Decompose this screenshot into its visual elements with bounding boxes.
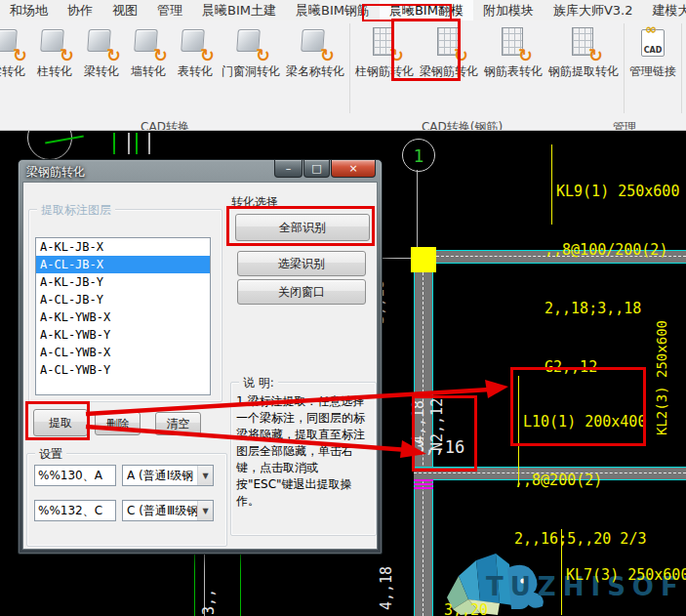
dialog-titlebar[interactable]: 梁钢筋转化 – □ × [22,160,378,182]
layer-list-item[interactable]: A-CL-YWB-X [36,344,210,361]
ribbon-button-label: 管理链接 [629,63,676,80]
ribbon-tab-label: 晨曦BIM钢筋 [296,2,370,20]
green-tick [113,133,115,154]
ribbon-button[interactable]: 柱钢筋转化 [352,21,417,82]
beam-convert-icon [0,23,28,62]
ribbon-button-label: 钢筋提取转化 [548,63,619,80]
ribbon-button-label: 梁名称转化 [286,63,344,80]
ribbon: 梁转化 柱转化 梁转化 墙转化 表转化 门窗洞转化 梁名称转化 柱钢筋转化 梁钢… [0,21,686,131]
ribbon-button[interactable]: 梁名称转化 [283,21,347,82]
dim-text-3-bottom: 3,, [201,589,217,615]
ribbon-tab-label: 建模大师（建 [652,2,686,20]
ribbon-tab-label: 管理 [157,2,182,20]
ribbon-tab[interactable]: 族库大师V3.2 [544,0,643,21]
ribbon-button-label: 柱钢筋转化 [355,63,414,80]
beam-name-convert-icon [295,23,336,62]
maximize-button[interactable]: □ [303,160,330,178]
stirrup-mark [414,487,433,489]
clear-button[interactable]: 清空 [155,412,201,435]
ribbon-button-label: 墙转化 [131,63,166,80]
ribbon-button[interactable]: 管理链接 [626,21,679,82]
ribbon-buttons: 梁转化 柱转化 梁转化 墙转化 表转化 门窗洞转化 梁名称转化 柱钢筋转化 梁钢… [0,21,686,113]
ribbon-tab[interactable]: 晨曦BIM土建 [192,0,286,21]
ribbon-button[interactable]: 门窗洞转化 [219,21,283,82]
column-fill-yellow [411,247,436,272]
layer-list-item[interactable]: A-KL-YWB-X [36,308,210,326]
layer-listbox[interactable]: A-KL-JB-XA-CL-JB-XA-KL-JB-YA-CL-JB-YA-KL… [35,237,211,395]
rebar-code-input-1[interactable] [34,465,116,486]
close-window-button[interactable]: 关闭窗口 [237,279,366,305]
window-controls: – □ × [273,160,376,178]
dialog-client-area: 提取标注图层 A-KL-JB-XA-CL-JB-XA-KL-JB-YA-CL-J… [22,182,378,550]
ribbon-tab[interactable]: 和场地 [0,0,58,21]
ribbon-tab-label: 视图 [112,2,138,20]
cad-link-icon [632,23,673,62]
column-convert-icon [34,23,75,62]
layer-list-item[interactable]: A-KL-JB-X [36,238,210,256]
layer-list-item[interactable]: A-CL-JB-Y [36,291,210,308]
beam-rebar-convert-icon [428,23,469,62]
recognize-select-button[interactable]: 选梁识别 [237,251,366,276]
ribbon-button[interactable]: 梁转化 [0,21,31,82]
ribbon-button-label: 梁钢筋转化 [420,63,478,80]
table-convert-icon [175,23,216,62]
ribbon-button[interactable]: 柱转化 [31,21,78,82]
ribbon-tab[interactable]: 协作 [58,0,102,21]
ribbon-button[interactable]: 钢筋提取转化 [545,21,622,82]
note-text: 1.梁标注提取：任意选择一个梁标注，同图层的标梁将隐藏，提取直至标注图层全部隐藏… [236,393,365,510]
ribbon-group-separator [681,23,682,113]
ribbon-button[interactable]: 墙转化 [125,21,172,82]
delete-button[interactable]: 删除 [95,412,141,435]
layer-list-item[interactable]: A-KL-YWB-Y [36,326,210,344]
ribbon-group-separator [349,23,350,113]
ribbon-group-cad-convert: CAD转换 [0,119,330,131]
green-tick [136,133,138,154]
ribbon-tab[interactable]: 附加模块 [473,0,544,21]
convert-group-label: 转化选择 [231,194,278,211]
chevron-down-icon: ▼ [197,466,213,485]
layer-list-item[interactable]: A-KL-JB-Y [36,273,210,291]
ribbon-tab[interactable]: 晨曦BIM钢筋 [286,0,380,21]
rebar-grade-select-1[interactable]: A (普通Ⅰ级钢 ▼ [122,465,214,486]
close-icon[interactable]: × [331,160,376,178]
ribbon-button-label: 柱转化 [37,63,72,80]
layer-list-item[interactable]: A-CL-JB-X [36,256,210,273]
ribbon-button[interactable]: 梁钢筋转化 [417,21,481,82]
ribbon-tab[interactable]: 管理 [147,0,192,21]
layers-groupbox-label: 提取标注图层 [37,202,115,219]
ribbon-button-label: 梁转化 [0,63,25,80]
ribbon-tab[interactable]: 视图 [102,0,147,21]
ribbon-tab-label: 族库大师V3.2 [553,2,633,20]
ribbon-tab-label: 协作 [67,2,93,20]
chevron-down-icon: ▼ [197,501,213,520]
dim-text-4-18-bottom: 4,,18 [379,566,394,610]
rebar-code-input-2[interactable] [34,500,116,521]
ribbon-tab[interactable]: 晨曦BIM翻模 [380,0,473,21]
ribbon-button[interactable]: 梁转化 [78,21,125,82]
recognize-all-button[interactable]: 全部识别 [235,214,370,241]
ribbon-tab-label: 和场地 [10,2,48,20]
application-window: 和场地 协作 视图 管理 晨曦BIM土建 晨曦BIM钢筋 晨曦BIM翻模 附加模… [0,0,686,616]
ribbon-button-label: 梁转化 [84,63,119,80]
minimize-button[interactable]: – [274,160,303,178]
beam-rebar-convert-dialog: 梁钢筋转化 – □ × 提取标注图层 A-KL-JB-XA-CL-JB-XA-K… [18,159,383,554]
ribbon-tab-label: 晨曦BIM翻模 [389,2,464,20]
ribbon-tab[interactable]: 建模大师（建 [642,0,686,21]
rebar-grade-select-2[interactable]: C (普通Ⅲ级钢 ▼ [122,500,214,521]
rebar-extract-convert-icon [563,23,604,62]
door-window-convert-icon [230,23,271,62]
wall-convert-icon [128,23,169,62]
ribbon-tab-label: 晨曦BIM土建 [202,2,276,20]
layer-list-item[interactable]: A-CL-YWB-Y [36,361,210,379]
rebar-table-convert-icon [493,23,534,62]
dim-text-3-20-partial: 3,,20 [444,600,488,616]
beam-label-kl2-vertical: KL2(3) 250x600 [654,320,669,435]
extract-button[interactable]: 提取 [33,409,88,436]
white-tick [128,133,130,154]
rebar-grade-select-1-value: A (普通Ⅰ级钢 [127,468,197,484]
ribbon-button[interactable]: 钢筋表转化 [481,21,545,82]
grid-bubble-1: 1 [402,139,435,172]
beam-label-kl7: KL7(3) 250x600 ,,8@100/200(2) 2,,20 G2,,… [547,529,686,616]
ribbon-group-separator [624,23,625,113]
ribbon-button[interactable]: 表转化 [172,21,219,82]
